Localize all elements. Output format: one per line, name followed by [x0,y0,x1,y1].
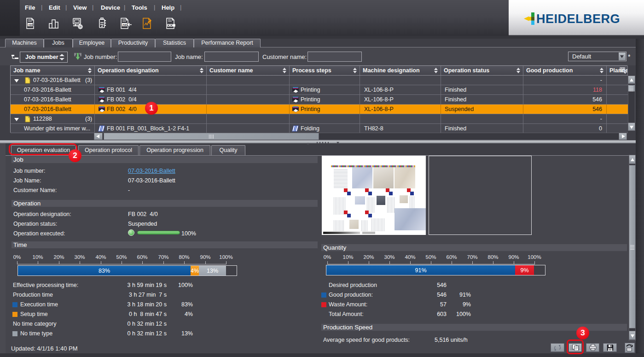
table-row-group[interactable]: 112288 (3) - [11,114,628,124]
cell-text: 112288 [33,114,52,123]
tab-quality[interactable]: Quality [211,145,245,156]
time-row-value: 3 h 59 min 19 s [110,282,167,288]
column-picker-icon[interactable] [620,67,627,75]
sort-icon[interactable] [600,68,604,74]
sort-icon[interactable] [88,68,92,74]
device-manager-icon[interactable] [95,17,108,30]
table-scroll-down-button[interactable] [628,123,635,131]
axis-tick-label: 0% [324,254,331,260]
statistics-chart-icon[interactable] [47,17,60,30]
splitter-collapse-up-icon[interactable] [307,141,309,145]
column-header-operation-designation[interactable]: Operation designation [95,66,207,75]
tab-operation-protocol[interactable]: Operation protocol [78,145,139,156]
print-button[interactable] [586,343,599,352]
quantity-axis: 0% 10% 20% 30% 40% 50% 60% 70% 80% 90% 1… [327,254,534,261]
sort-icon[interactable] [516,68,521,74]
tab-operation-progression[interactable]: Operation progression [139,145,210,156]
table-cell: 0 [523,124,607,133]
menu-tools[interactable]: Tools [132,4,147,11]
annotation-callout-2: 2 [69,149,81,162]
job-list-icon[interactable]: ABC [24,17,37,30]
table-vscrollbar-thumb[interactable] [628,85,635,92]
job-import-icon[interactable]: ABC [119,17,132,30]
printing-icon [98,87,105,93]
cell-text: XL-106-8-P [364,105,394,114]
sort-icon[interactable] [283,68,287,74]
save-button[interactable] [603,343,617,352]
sync-button[interactable] [551,343,564,352]
preset-dropdown-button[interactable] [619,53,626,60]
time-axis-ticks [17,261,226,264]
menu-help[interactable]: Help [162,4,174,11]
sort-icon[interactable] [200,68,204,74]
table-cell: Finished [441,95,523,104]
heidelberg-logo-panel: HEIDELBERG [509,0,644,36]
pane-scroll-up-button[interactable] [629,155,636,164]
performance-report-icon[interactable] [141,17,154,30]
process-flow-icon[interactable] [164,17,177,30]
menu-file[interactable]: File [25,4,35,11]
tab-jobs[interactable]: Jobs [44,39,73,48]
table-row-selected[interactable]: 07-03-2016-Ballett FB 002 4/0 Printing X… [11,105,628,114]
collapse-arrow-icon[interactable] [14,79,19,85]
no-time-type-legend-square [12,331,17,336]
pane-vscrollbar-thumb[interactable] [629,165,636,328]
menu-separator: | [41,4,42,11]
customer-name-filter-input[interactable] [307,52,362,62]
time-row-value: 0 h 32 min 12 s [110,330,167,337]
tab-machines[interactable]: Machines [5,39,44,47]
tab-performance-report[interactable]: Performance Report [194,39,261,47]
table-row-group[interactable]: 07-03-2016-Ballett (3) - [11,76,628,85]
table-cell: Wunder gibt es immer w... [11,124,95,133]
executed-progress-bar [137,231,180,234]
back-sheet-preview-placeholder[interactable] [429,156,532,235]
sort-order-icon[interactable] [74,53,82,62]
sheet-preview-image[interactable] [322,156,426,235]
tab-statistics[interactable]: Statistics [155,39,194,47]
menu-separator: | [65,4,67,11]
table-row[interactable]: 07-03-2016-Ballett FB 002 0/4 Printing X… [11,95,628,105]
group-by-combo[interactable]: Job number [20,52,68,63]
quantity-row-label: Good production: [329,292,373,298]
printing-icon [292,87,299,93]
menu-device[interactable]: Device [101,4,120,11]
tab-productivity[interactable]: Productivity [111,39,155,47]
collapse-arrow-icon[interactable] [14,118,19,123]
table-scroll-up-button[interactable] [628,76,635,84]
axis-tick-label: 30% [74,254,85,260]
table-hscrollbar-thumb[interactable] [104,133,319,140]
machine-settings-icon[interactable] [70,17,83,30]
job-number-filter-input[interactable] [118,52,171,62]
section-header-quantity: Quantity [321,244,627,251]
job-name-filter-input[interactable] [204,52,259,62]
column-header-job-name[interactable]: Job name [11,66,95,75]
waste-amount-legend-square [321,302,326,307]
column-header-process-steps[interactable]: Process steps [290,66,360,75]
export-button[interactable] [625,343,635,353]
pane-splitter-handle[interactable] [0,140,636,143]
column-header-good-production[interactable]: Good production [523,66,607,75]
sort-icon[interactable] [353,68,357,74]
annotation-box-operation-evaluation [9,143,77,155]
table-scroll-right-button[interactable] [619,133,627,140]
view-preset-combo[interactable]: Default [568,52,627,61]
table-cell [607,95,628,104]
menu-view[interactable]: View [73,4,87,11]
sort-icon[interactable] [434,68,438,74]
cell-text: 07-03-2016-Ballett [24,85,71,94]
tab-employee[interactable]: Employee [73,39,111,47]
table-scroll-left-button[interactable] [94,133,103,140]
table-row[interactable]: Wunder gibt es immer w... FB 001 FB_001_… [11,124,628,133]
printing-icon [292,106,299,112]
menu-edit[interactable]: Edit [49,4,60,11]
column-header-label: Good production [526,67,573,74]
column-header-customer-name[interactable]: Customer name [207,66,290,75]
table-row[interactable]: 07-03-2016-Ballett FB 001 4/4 Printing X… [11,85,628,95]
time-axis: 0% 10% 20% 30% 40% 50% 60% 70% 80% 90% 1… [17,254,226,261]
splitter-collapse-down-icon[interactable] [337,142,339,145]
pane-scroll-down-button[interactable] [629,331,636,340]
column-header-machine-designation[interactable]: Machine designation [360,66,441,75]
column-header-operation-status[interactable]: Operation status [441,66,523,75]
grouping-icon[interactable] [11,54,19,61]
job-number-link[interactable]: 07-03-2016-Ballett [128,168,175,174]
